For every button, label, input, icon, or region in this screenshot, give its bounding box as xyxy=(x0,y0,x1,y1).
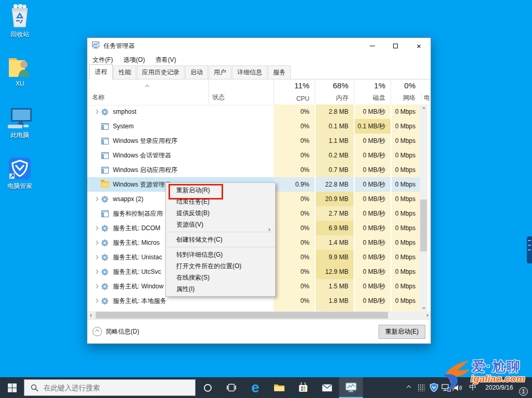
menubar-item-2[interactable]: 查看(V) xyxy=(155,56,176,64)
edge-sidebar-handle[interactable] xyxy=(527,236,532,263)
desktop-icon-label: 回收站 xyxy=(0,30,40,39)
context-menu-item[interactable]: 打开文件所在的位置(O) xyxy=(166,260,275,272)
fewer-details-toggle[interactable]: 简略信息(D) xyxy=(93,327,139,336)
vertical-scrollbar[interactable] xyxy=(420,104,427,311)
memory-value: 9.9 MB xyxy=(315,250,354,264)
network-button[interactable] xyxy=(440,377,452,398)
process-row[interactable]: smphost0%2.8 MB0 MB/秒0 Mbps xyxy=(87,104,423,119)
process-name: wsappx (2) xyxy=(113,195,144,203)
gear-icon xyxy=(101,224,109,232)
cpu-value: 0% xyxy=(274,235,315,250)
desktop-icon-电脑管家[interactable]: 电脑管家 xyxy=(0,155,40,191)
desktop-icon-回收站[interactable]: 回收站 xyxy=(0,3,40,39)
process-row[interactable]: Windows 会话管理器0%0.2 MB0 MB/秒0 Mbps xyxy=(87,148,423,163)
column-disk[interactable]: 1% 磁盘 xyxy=(354,79,391,105)
expand-chevron-icon[interactable] xyxy=(92,285,100,288)
expand-chevron-icon[interactable] xyxy=(92,256,100,259)
start-button[interactable] xyxy=(0,377,24,398)
taskbar-date[interactable]: 2020/9/16 xyxy=(481,377,518,398)
expand-chevron-icon[interactable] xyxy=(92,110,100,113)
watermark-title: 爱·尬聊 xyxy=(472,357,521,376)
tab-性能[interactable]: 性能 xyxy=(113,65,136,79)
memory-value: 1.4 MB xyxy=(315,235,354,250)
menubar-item-1[interactable]: 选项(O) xyxy=(123,56,145,64)
column-cpu[interactable]: 11% CPU xyxy=(274,79,315,105)
horizontal-scrollbar-thumb[interactable] xyxy=(96,312,388,319)
disk-value: 0 MB/秒 xyxy=(354,177,391,192)
cpu-value: 0% xyxy=(274,206,315,221)
context-menu-item[interactable]: 资源值(V) xyxy=(166,219,275,230)
context-menu-item[interactable]: 属性(I) xyxy=(166,283,275,295)
restart-button[interactable]: 重新启动(E) xyxy=(379,325,425,339)
network-value: 0 Mbps xyxy=(391,104,421,119)
microsoft-store-icon xyxy=(298,382,308,393)
column-network[interactable]: 0% 网络 xyxy=(391,79,421,105)
tray-app-grid-button[interactable] xyxy=(415,377,427,398)
cpu-value: 0% xyxy=(274,264,315,279)
process-row[interactable]: Windows 启动应用程序0%0.7 MB0 MB/秒0 Mbps xyxy=(87,163,423,177)
tab-用户[interactable]: 用户 xyxy=(209,65,231,79)
memory-value: 12.9 MB xyxy=(315,264,354,279)
microsoft-store-button[interactable] xyxy=(291,377,315,398)
grid-app-icon xyxy=(418,384,425,391)
expand-chevron-icon[interactable] xyxy=(92,270,100,273)
tab-详细信息[interactable]: 详细信息 xyxy=(232,65,267,79)
hidden-icons-button[interactable] xyxy=(403,377,415,398)
ime-indicator[interactable]: 中 xyxy=(465,377,481,398)
scroll-up-icon[interactable] xyxy=(420,104,427,112)
scroll-down-icon[interactable] xyxy=(420,303,427,311)
file-explorer-button[interactable] xyxy=(267,377,291,398)
column-header: 名称 状态 11% CPU 68% 内存 1% 磁盘 0% 网络 电 xyxy=(87,79,431,105)
search-input[interactable] xyxy=(44,384,174,392)
this-pc-icon xyxy=(0,104,40,129)
mail-button[interactable] xyxy=(315,377,339,398)
column-power-partial[interactable]: 电 xyxy=(421,94,430,102)
context-menu-item[interactable]: 重新启动(R) xyxy=(166,184,275,196)
desktop-icon-XU[interactable]: XU xyxy=(0,53,40,87)
chevron-up-circle-icon xyxy=(93,327,102,336)
vertical-scrollbar-thumb[interactable] xyxy=(420,200,427,251)
process-row[interactable]: System0%0.1 MB0.1 MB/秒0 Mbps xyxy=(87,119,423,134)
maximize-button[interactable] xyxy=(384,38,407,54)
tab-服务[interactable]: 服务 xyxy=(268,65,291,79)
menubar-item-0[interactable]: 文件(F) xyxy=(93,56,113,64)
tab-启动[interactable]: 启动 xyxy=(185,65,208,79)
disk-value: 0 MB/秒 xyxy=(354,104,391,119)
process-name: 服务和控制器应用 xyxy=(113,209,163,218)
submenu-chevron-icon xyxy=(268,223,270,234)
close-button[interactable]: × xyxy=(407,38,431,54)
taskbar-search[interactable] xyxy=(24,379,196,396)
disk-value: 0 MB/秒 xyxy=(354,163,391,177)
volume-button[interactable] xyxy=(452,377,465,398)
horizontal-scrollbar[interactable] xyxy=(87,311,431,319)
expand-chevron-icon[interactable] xyxy=(92,197,100,201)
scroll-left-icon[interactable] xyxy=(87,311,95,319)
task-manager-taskbar-button[interactable] xyxy=(339,377,363,398)
task-view-button[interactable] xyxy=(219,377,243,398)
scroll-right-icon[interactable] xyxy=(423,311,431,319)
context-menu-item[interactable]: 在线搜索(S) xyxy=(166,272,275,283)
edge-browser-button[interactable]: e xyxy=(243,377,267,398)
process-name: Windows 登录应用程序 xyxy=(113,137,177,145)
file-explorer-icon xyxy=(274,383,285,392)
context-menu-item[interactable]: 提供反馈(B) xyxy=(166,207,275,219)
security-shield-button[interactable] xyxy=(427,377,440,398)
status-bar: 简略信息(D) 重新启动(E) xyxy=(87,319,431,343)
notification-badge[interactable]: 1 xyxy=(519,387,528,396)
tab-应用历史记录[interactable]: 应用历史记录 xyxy=(137,65,185,79)
minimize-button[interactable] xyxy=(360,38,384,54)
context-menu-item[interactable]: 结束任务(E) xyxy=(166,196,275,207)
column-name[interactable]: 名称 xyxy=(87,79,209,105)
expand-chevron-icon[interactable] xyxy=(92,299,100,302)
expand-chevron-icon[interactable] xyxy=(92,227,100,230)
context-menu-item[interactable]: 转到详细信息(G) xyxy=(166,249,275,260)
process-row[interactable]: Windows 登录应用程序0%1.1 MB0 MB/秒0 Mbps xyxy=(87,134,423,148)
tab-进程[interactable]: 进程 xyxy=(89,64,113,79)
context-menu-item[interactable]: 创建转储文件(C) xyxy=(166,234,275,245)
cortana-button[interactable] xyxy=(196,377,219,398)
title-bar[interactable]: 任务管理器 × xyxy=(87,38,431,54)
column-memory[interactable]: 68% 内存 xyxy=(315,79,354,105)
column-status[interactable]: 状态 xyxy=(209,79,274,105)
desktop-icon-此电脑[interactable]: 此电脑 xyxy=(0,104,40,140)
expand-chevron-icon[interactable] xyxy=(92,241,100,244)
